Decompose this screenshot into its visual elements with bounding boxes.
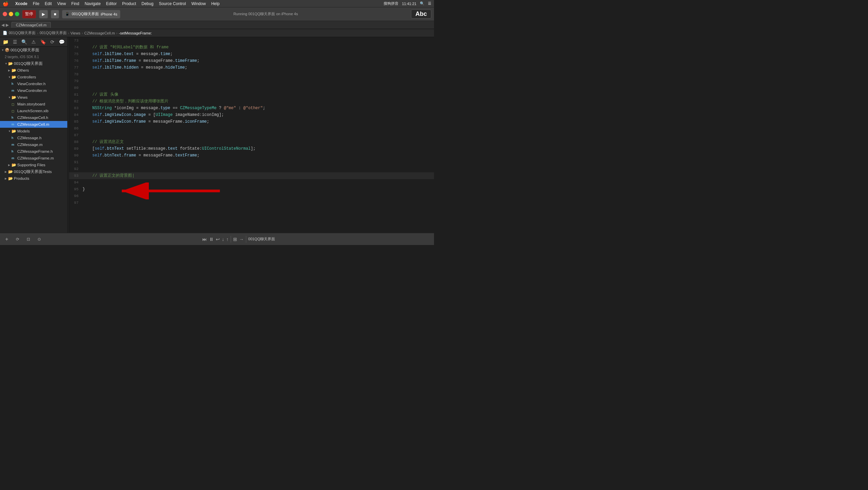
code-line-83[interactable]: 83 NSString *iconImg = message.type == C…: [69, 105, 434, 112]
sidebar-item-qq-group[interactable]: ▼ 📂 001QQ聊天界面: [0, 60, 67, 67]
breadcrumb-item-2[interactable]: Views: [70, 31, 80, 35]
sidebar-item-czmessage-h[interactable]: h CZMessage.h: [0, 134, 67, 141]
sidebar-item-czmessageframe-m[interactable]: m CZMessageFrame.m: [0, 155, 67, 162]
stop-button[interactable]: 暂停: [22, 10, 36, 19]
code-line-91[interactable]: 91: [69, 159, 434, 166]
sidebar-item-views[interactable]: ▼ 📂 Views: [0, 94, 67, 101]
menu-file[interactable]: File: [33, 1, 39, 6]
code-line-92[interactable]: 92: [69, 166, 434, 172]
code-line-73[interactable]: 73: [69, 37, 434, 44]
code-line-97[interactable]: 97: [69, 199, 434, 206]
h-file-icon-msg: h: [12, 136, 16, 140]
breadcrumb-item-1[interactable]: 001QQ聊天界面: [40, 30, 66, 35]
sidebar-item-viewcontroller-m[interactable]: m ViewController.m: [0, 87, 67, 94]
sidebar-item-czmessage-m[interactable]: m CZMessage.m: [0, 141, 67, 148]
file-tab-czmessagecell[interactable]: CZMessageCell.m: [12, 22, 51, 28]
code-line-82[interactable]: 82 // 根据消息类型，判断应该使用哪张图片: [69, 98, 434, 105]
menu-find[interactable]: Find: [71, 1, 79, 6]
sidebar-item-supporting[interactable]: ▶ 📂 Supporting Files: [0, 162, 67, 168]
pause-icon[interactable]: ⏸: [209, 237, 214, 242]
sidebar-item-models[interactable]: ▼ 📂 Models: [0, 128, 67, 134]
code-line-81[interactable]: 81 // 设置 头像: [69, 91, 434, 98]
build-button[interactable]: ■: [51, 10, 59, 19]
sidebar-history-btn[interactable]: ⟳: [49, 38, 56, 46]
code-line-75[interactable]: 75 self.lblTime.text = message.time;: [69, 51, 434, 57]
line-content-78: [83, 71, 434, 78]
nav-forward[interactable]: ▶: [6, 23, 9, 27]
code-line-90[interactable]: 90 self.btnText.frame = messageFrame.tex…: [69, 152, 434, 159]
sidebar-warn-btn[interactable]: ⚠: [30, 38, 38, 46]
menu-navigate[interactable]: Navigate: [85, 1, 100, 6]
step-out-icon[interactable]: ↑: [226, 237, 229, 242]
code-line-89[interactable]: 89 [self.btnText setTitle:message.text f…: [69, 145, 434, 152]
sidebar-list-btn[interactable]: ☰: [12, 38, 19, 46]
code-line-93[interactable]: 93 // 设置正文的背景图|: [69, 172, 434, 179]
code-line-95[interactable]: 95}: [69, 186, 434, 193]
maximize-button[interactable]: [15, 12, 19, 16]
notif-icon[interactable]: ☰: [428, 1, 431, 6]
scheme-selector[interactable]: 📱 001QQ聊天界面 iPhone 4s: [62, 10, 120, 19]
sidebar-item-controllers[interactable]: ▼ 📂 Controllers: [0, 74, 67, 80]
targets-label: 2 targets, iOS SDK 8.1: [5, 55, 39, 59]
sidebar-item-czmessageframe-h[interactable]: h CZMessageFrame.h: [0, 148, 67, 155]
sidebar-folder-btn[interactable]: 📁: [2, 38, 9, 46]
search-icon[interactable]: 🔍: [420, 1, 425, 6]
sidebar-item-main-storyboard[interactable]: ◻ Main.storyboard: [0, 101, 67, 107]
sidebar-chat-btn[interactable]: 💬: [58, 38, 65, 46]
menu-product[interactable]: Product: [122, 1, 136, 6]
menu-xcode[interactable]: Xcode: [15, 1, 27, 6]
apple-menu[interactable]: 🍎: [3, 1, 8, 6]
nav-back[interactable]: ◀: [1, 23, 4, 27]
code-line-74[interactable]: 74 // 设置 "时间Label"的数据 和 frame: [69, 44, 434, 51]
sidebar-item-launchscreen[interactable]: ◻ LaunchScreen.xib: [0, 107, 67, 114]
minimize-button[interactable]: [9, 12, 13, 16]
code-line-96[interactable]: 96: [69, 193, 434, 199]
code-line-84[interactable]: 84 self.imgViewIcon.image = [UIImage ima…: [69, 112, 434, 118]
breadcrumb-item-3[interactable]: CZMessageCell.m: [84, 31, 115, 35]
line-number-83: 83: [69, 105, 83, 112]
menu-window[interactable]: Window: [191, 1, 206, 6]
line-number-73: 73: [69, 37, 83, 44]
sidebar-bookmark-btn[interactable]: 🔖: [39, 38, 47, 46]
breadcrumb-item-4[interactable]: -setMessageFrame:: [119, 31, 152, 35]
breakpoints-button[interactable]: ⊡: [24, 235, 32, 243]
sidebar-item-czmessagecell-m[interactable]: m CZMessageCell.m: [0, 121, 67, 128]
code-line-77[interactable]: 77 self.lblTime.hidden = message.hideTim…: [69, 64, 434, 71]
code-line-88[interactable]: 88 // 设置消息正文: [69, 139, 434, 145]
vcs-button[interactable]: ⟳: [14, 235, 22, 243]
menu-edit[interactable]: Edit: [45, 1, 52, 6]
code-line-94[interactable]: 94: [69, 179, 434, 186]
breadcrumb-item-0[interactable]: 001QQ聊天界面: [9, 30, 36, 35]
code-line-78[interactable]: 78: [69, 71, 434, 78]
sidebar-item-tests[interactable]: ▶ 📂 001QQ聊天界面Tests: [0, 168, 67, 175]
sidebar-item-root[interactable]: ▼ 📦 001QQ聊天界面: [0, 47, 67, 53]
code-line-86[interactable]: 86: [69, 125, 434, 132]
code-line-87[interactable]: 87: [69, 132, 434, 139]
fast-forward-icon[interactable]: ⏭: [202, 237, 207, 242]
step-over-icon[interactable]: ↩: [216, 237, 220, 242]
sidebar-search-btn[interactable]: 🔍: [21, 38, 28, 46]
sidebar-item-others[interactable]: ▶ 📂 Others: [0, 67, 67, 74]
view-toggle-icon[interactable]: ⊞: [233, 237, 237, 242]
code-line-76[interactable]: 76 self.lblTime.frame = messageFrame.tim…: [69, 57, 434, 64]
sidebar-item-czmessagecell-h[interactable]: h CZMessageCell.h: [0, 114, 67, 121]
breadcrumb-sep-2: ›: [82, 31, 83, 35]
menu-editor[interactable]: Editor: [106, 1, 117, 6]
code-editor[interactable]: 73 74 // 设置 "时间Label"的数据 和 frame75 self.…: [69, 37, 434, 233]
menu-debug[interactable]: Debug: [141, 1, 153, 6]
line-number-76: 76: [69, 57, 83, 64]
close-button[interactable]: [3, 12, 7, 16]
menu-view[interactable]: View: [57, 1, 66, 6]
step-into-icon[interactable]: ↓: [222, 237, 224, 242]
menu-source-control[interactable]: Source Control: [159, 1, 186, 6]
settings-button[interactable]: ⊙: [35, 235, 43, 243]
location-icon[interactable]: →: [239, 237, 244, 242]
code-line-79[interactable]: 79: [69, 78, 434, 84]
menu-help[interactable]: Help: [211, 1, 220, 6]
sidebar-item-products[interactable]: ▶ 📂 Products: [0, 175, 67, 182]
sidebar-item-viewcontroller-h[interactable]: h ViewController.h: [0, 80, 67, 87]
code-line-85[interactable]: 85 self.imgViewIcon.frame = messageFrame…: [69, 118, 434, 125]
run-button[interactable]: ▶: [39, 10, 48, 19]
code-line-80[interactable]: 80: [69, 84, 434, 91]
add-file-button[interactable]: +: [3, 235, 11, 243]
